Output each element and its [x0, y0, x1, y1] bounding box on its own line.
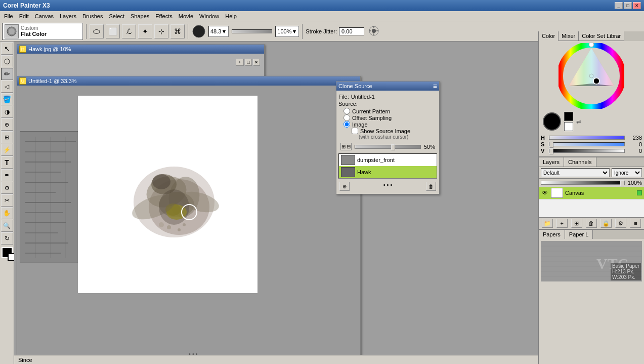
v-track[interactable]: [549, 149, 625, 153]
source-item-dumpster[interactable]: dumpster_front: [339, 154, 437, 166]
clone-source-titlebar[interactable]: Clone Source ≡: [336, 82, 439, 91]
bg-color-swatch[interactable]: [564, 122, 573, 131]
layers-toolbar: Default Ignore: [539, 167, 644, 179]
composite-method-select[interactable]: Default: [541, 168, 610, 177]
menu-effects[interactable]: Effects: [152, 12, 175, 20]
tool-lasso[interactable]: ℒ: [122, 24, 136, 38]
tool-magic-wand[interactable]: ✦: [138, 24, 152, 38]
close-button[interactable]: ✕: [633, 2, 641, 9]
radio-offset-sampling-input[interactable]: [344, 114, 350, 121]
clone-view-icon1[interactable]: ⊞: [341, 144, 346, 149]
tool-shape[interactable]: ⬡: [1, 55, 13, 67]
layer-delete-btn[interactable]: 🗑: [586, 219, 597, 228]
tool-transform[interactable]: ⊹: [154, 24, 168, 38]
menu-movie[interactable]: Movie: [176, 12, 196, 20]
tab-color[interactable]: Color: [539, 31, 559, 41]
menu-shapes[interactable]: Shapes: [127, 12, 152, 20]
pick-up-select[interactable]: Ignore: [612, 168, 642, 177]
tool-select-oval[interactable]: ⬭: [90, 24, 104, 38]
radio-image[interactable]: Image: [344, 121, 437, 128]
tool-shape-transform[interactable]: ⚙: [1, 182, 13, 194]
tool-dodge[interactable]: ◑: [1, 106, 13, 118]
hawk-fit[interactable]: □: [245, 59, 252, 66]
menu-brushes[interactable]: Brushes: [79, 12, 106, 20]
tool-blend[interactable]: ⚡: [1, 144, 13, 156]
opacity-field[interactable]: 100% ▼: [275, 26, 299, 37]
hawk-close-small[interactable]: ✕: [253, 59, 260, 66]
radio-image-input[interactable]: [344, 121, 350, 128]
tool-fill[interactable]: 🪣: [1, 93, 13, 105]
foreground-color[interactable]: [2, 247, 13, 258]
tool-brush[interactable]: ✏: [1, 68, 13, 80]
tab-mixer[interactable]: Mixer: [559, 31, 579, 41]
layer-lock-btn[interactable]: 🔒: [600, 219, 612, 228]
fg-color-swatch[interactable]: [564, 112, 573, 121]
hawk-zoom-in[interactable]: +: [236, 59, 244, 66]
brush-selector[interactable]: Custom Flat Color: [2, 23, 83, 40]
color-wheel[interactable]: [559, 43, 624, 109]
clone-delete-btn[interactable]: 🗑: [426, 182, 436, 191]
brush-settings-btn[interactable]: [368, 25, 379, 37]
untitled-doc-content[interactable]: ◄ ► • • •: [17, 86, 360, 364]
jitter-value[interactable]: 0.00: [339, 27, 364, 35]
clone-add-btn[interactable]: ⊕: [339, 182, 350, 191]
tool-rotate[interactable]: ↻: [1, 232, 13, 245]
radio-current-pattern-input[interactable]: [344, 108, 350, 114]
layer-menu-btn[interactable]: ≡: [630, 219, 641, 228]
new-layer-btn[interactable]: +: [556, 219, 568, 228]
tool-scissors[interactable]: ✂: [1, 194, 13, 207]
untitled-doc-titlebar[interactable]: U Untitled-1 @ 33.3%: [17, 76, 360, 86]
canvas-area[interactable]: H Hawk.jpg @ 10% + □ ✕ U Untitled-1 @ 33…: [14, 42, 538, 364]
clone-view-icon2[interactable]: ⊟: [347, 144, 351, 149]
tool-warp[interactable]: ⌘: [170, 24, 185, 38]
clone-source-list[interactable]: dumpster_front Hawk: [338, 153, 437, 179]
clone-source-menu[interactable]: ≡: [433, 82, 437, 90]
tab-color-set[interactable]: Color Set Librar: [579, 31, 624, 41]
tab-papers[interactable]: Papers: [539, 230, 565, 239]
window-controls[interactable]: _ □ ✕: [615, 2, 641, 9]
new-group-btn[interactable]: 📁: [542, 219, 553, 228]
v-thumb[interactable]: [549, 148, 553, 154]
hawk-doc-titlebar[interactable]: H Hawk.jpg @ 10%: [17, 45, 264, 54]
radio-offset-sampling[interactable]: Offset Sampling: [344, 114, 437, 121]
tab-channels[interactable]: Channels: [564, 157, 596, 167]
menu-select[interactable]: Select: [106, 12, 127, 20]
tool-eraser[interactable]: ◁: [1, 80, 13, 93]
menu-canvas[interactable]: Canvas: [32, 12, 57, 20]
tool-hand[interactable]: ✋: [1, 207, 13, 219]
menu-layers[interactable]: Layers: [57, 12, 79, 20]
clone-opacity-thumb[interactable]: [391, 144, 395, 150]
tool-smear[interactable]: ⊞: [1, 131, 13, 143]
source-item-hawk[interactable]: Hawk: [339, 166, 437, 178]
s-thumb[interactable]: [549, 142, 553, 148]
tool-text[interactable]: T: [1, 156, 13, 169]
show-source-checkbox[interactable]: [352, 128, 358, 134]
menu-edit[interactable]: Edit: [16, 12, 32, 20]
maximize-button[interactable]: □: [624, 2, 632, 9]
brush-size-slider[interactable]: [232, 29, 272, 33]
tab-layers[interactable]: Layers: [539, 157, 564, 167]
layer-canvas[interactable]: 👁 Canvas: [539, 187, 644, 199]
tab-paper-l[interactable]: Paper L: [565, 230, 593, 239]
h-track[interactable]: [549, 136, 625, 140]
tool-zoom[interactable]: 🔍: [1, 220, 13, 232]
layer-vis-icon[interactable]: 👁: [541, 189, 549, 197]
layers-list[interactable]: 👁 Canvas: [539, 187, 644, 217]
tool-arrow[interactable]: ↖: [1, 43, 13, 55]
brush-size-field[interactable]: 48.3 ▼: [208, 26, 229, 37]
layer-opacity-track[interactable]: [541, 181, 625, 185]
main-color-swatch[interactable]: [543, 112, 561, 131]
clone-opacity-slider[interactable]: [355, 145, 421, 149]
layer-copy-btn[interactable]: ⊞: [571, 219, 582, 228]
tool-select-rect[interactable]: ⬜: [106, 24, 120, 38]
tool-rubber-stamp[interactable]: ⊕: [1, 118, 13, 131]
menu-window[interactable]: Window: [196, 12, 222, 20]
layer-opacity-thumb[interactable]: [620, 180, 624, 186]
radio-current-pattern[interactable]: Current Pattern: [344, 108, 437, 114]
menu-help[interactable]: Help: [222, 12, 240, 20]
s-track[interactable]: [549, 142, 625, 146]
layer-settings-btn[interactable]: ⚙: [615, 219, 626, 228]
minimize-button[interactable]: _: [615, 2, 623, 9]
menu-file[interactable]: File: [1, 12, 16, 20]
tool-pen[interactable]: ✒: [1, 169, 13, 181]
